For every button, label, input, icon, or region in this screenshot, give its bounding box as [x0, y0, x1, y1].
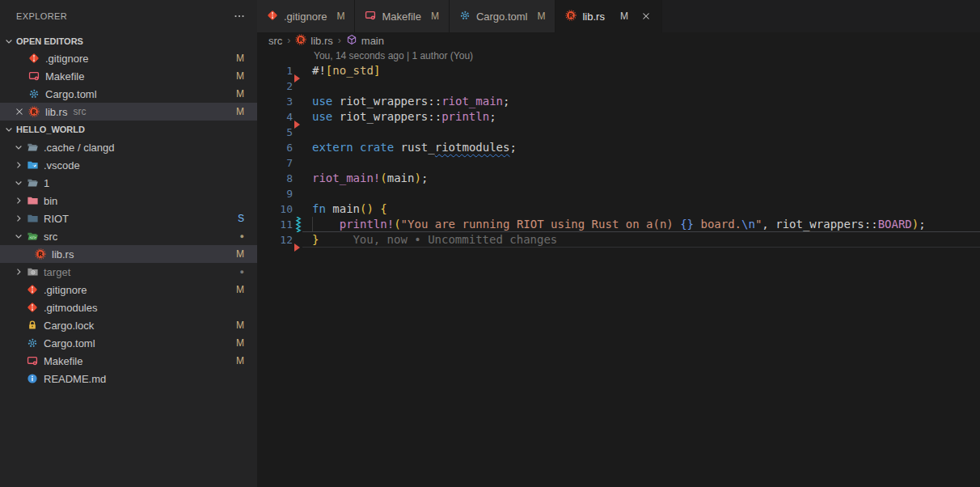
tree-item-readme-md[interactable]: README.md: [0, 370, 257, 387]
section-workspace[interactable]: HELLO_WORLD: [0, 121, 257, 138]
line-number[interactable]: 11: [257, 217, 293, 232]
makefile-icon: [27, 70, 40, 82]
chevron-right-icon: [11, 160, 26, 170]
breadcrumb-item-main[interactable]: main: [346, 34, 384, 48]
code-line-3[interactable]: 3use riot_wrappers::riot_main;: [257, 94, 980, 109]
tree-item-cargo-toml[interactable]: Cargo.tomlM: [0, 334, 257, 352]
gear-blue-icon: [26, 337, 39, 349]
tree-item-makefile[interactable]: MakefileM: [0, 352, 257, 370]
tab-cargo-toml[interactable]: Cargo.tomlM: [450, 0, 556, 32]
breadcrumb-label: main: [361, 35, 384, 47]
breadcrumb-label: src: [268, 35, 282, 47]
line-number[interactable]: 2: [257, 78, 293, 94]
close-icon[interactable]: [640, 11, 652, 22]
code-line-4[interactable]: 4use riot_wrappers::println;: [257, 109, 980, 125]
code-line-10[interactable]: 10fn main() {: [257, 201, 980, 217]
code-line-5[interactable]: 5: [257, 125, 980, 140]
section-open-editors[interactable]: OPEN EDITORS: [0, 32, 257, 49]
folder-open-icon: [26, 142, 39, 153]
close-icon[interactable]: [13, 106, 26, 117]
folder-riot-icon: [26, 213, 39, 224]
line-content: fn main() {: [293, 201, 387, 217]
line-number[interactable]: 7: [257, 155, 293, 171]
line-number[interactable]: 5: [257, 125, 293, 140]
open-editor-item-gitignore[interactable]: .gitignoreM: [0, 49, 257, 67]
line-content: [293, 186, 312, 201]
line-number[interactable]: 4: [257, 109, 293, 125]
line-content: println!("You are running RIOT using Rus…: [293, 217, 926, 232]
line-number[interactable]: 3: [257, 94, 293, 109]
tree-item-gitignore[interactable]: .gitignoreM: [0, 281, 257, 299]
tree-item-vscode[interactable]: .vscode: [0, 156, 257, 174]
git-icon: [26, 284, 39, 295]
tab-label: Cargo.toml: [476, 11, 528, 23]
tree-item-bin[interactable]: bin: [0, 192, 257, 210]
tree-item-riot[interactable]: RIOTS: [0, 210, 257, 227]
open-editors-list: .gitignoreMMakefileMCargo.tomlMRlib.rssr…: [0, 49, 257, 121]
open-editor-item-makefile[interactable]: MakefileM: [0, 67, 257, 85]
tab-label: lib.rs: [582, 11, 604, 23]
explorer-title: EXPLORER: [16, 11, 67, 21]
breadcrumb-label: lib.rs: [310, 35, 332, 47]
open-editor-item-cargo-toml[interactable]: Cargo.tomlM: [0, 85, 257, 103]
tree-item-lib-rs[interactable]: Rlib.rsM: [0, 245, 257, 263]
tree-item-target[interactable]: target●: [0, 263, 257, 281]
chevron-down-icon: [11, 142, 26, 152]
line-number[interactable]: 9: [257, 186, 293, 201]
breadcrumb-item-src[interactable]: src: [268, 35, 282, 47]
code-line-11[interactable]: 11 println!("You are running RIOT using …: [257, 217, 980, 232]
tree-item-cache-clangd[interactable]: .cache / clangd: [0, 138, 257, 156]
code-area: 1#![no_std]23use riot_wrappers::riot_mai…: [257, 63, 980, 248]
file-label: bin: [44, 195, 57, 207]
line-number[interactable]: 6: [257, 140, 293, 155]
open-editor-item-lib-rs[interactable]: Rlib.rssrcM: [0, 103, 257, 121]
tree-item-gitmodules[interactable]: .gitmodules: [0, 299, 257, 316]
file-label: Cargo.toml: [44, 337, 95, 349]
explorer-header: EXPLORER: [0, 0, 257, 32]
tab-gitignore[interactable]: .gitignoreM: [257, 0, 355, 32]
git-icon: [267, 10, 278, 23]
code-line-2[interactable]: 2: [257, 78, 980, 94]
line-number[interactable]: 1: [257, 63, 293, 78]
file-label: RIOT: [44, 213, 69, 225]
code-line-9[interactable]: 9: [257, 186, 980, 201]
breadcrumb-separator: ›: [338, 35, 341, 46]
tree-item-src[interactable]: </>src●: [0, 227, 257, 245]
line-number[interactable]: 10: [257, 201, 293, 217]
code-line-1[interactable]: 1#![no_std]: [257, 63, 980, 78]
workspace-label: HELLO_WORLD: [16, 125, 85, 134]
tree-item-1[interactable]: 1: [0, 174, 257, 192]
chevron-right-icon: [11, 214, 26, 223]
folder-src-icon: </>: [26, 231, 39, 242]
file-label: README.md: [44, 373, 106, 385]
line-number[interactable]: 12: [257, 232, 293, 248]
code-line-12[interactable]: 12}You, now • Uncommitted changes: [257, 232, 980, 248]
modified-badge: M: [537, 11, 545, 22]
breadcrumb-item-lib-rs[interactable]: Rlib.rs: [295, 34, 332, 48]
gear-blue-icon: [27, 88, 40, 100]
lock-icon: [26, 320, 39, 331]
code-line-8[interactable]: 8riot_main!(main);: [257, 171, 980, 186]
chevron-down-icon: [11, 178, 26, 188]
file-label: lib.rs: [45, 106, 67, 118]
svg-text:</>: </>: [29, 235, 36, 239]
folder-target-icon: [26, 266, 39, 277]
git-icon: [26, 302, 39, 313]
dot-badge: ●: [240, 232, 244, 240]
tab-label: .gitignore: [284, 11, 327, 23]
file-label: Makefile: [44, 355, 82, 367]
modified-badge: M: [236, 53, 244, 64]
rust-icon: R: [34, 248, 47, 260]
chevron-right-icon: [11, 196, 26, 205]
more-actions-icon[interactable]: [233, 10, 246, 23]
tree-item-cargo-lock[interactable]: Cargo.lockM: [0, 316, 257, 334]
code-line-7[interactable]: 7: [257, 155, 980, 171]
modified-badge: M: [336, 11, 344, 22]
tab-lib-rs[interactable]: Rlib.rsM: [555, 0, 661, 32]
file-label: Cargo.toml: [45, 88, 97, 100]
code-line-6[interactable]: 6extern crate rust_riotmodules;: [257, 140, 980, 155]
modified-badge: M: [236, 284, 244, 295]
line-number[interactable]: 8: [257, 171, 293, 186]
dot-dim-badge: ●: [240, 268, 244, 276]
tab-makefile[interactable]: MakefileM: [355, 0, 449, 32]
